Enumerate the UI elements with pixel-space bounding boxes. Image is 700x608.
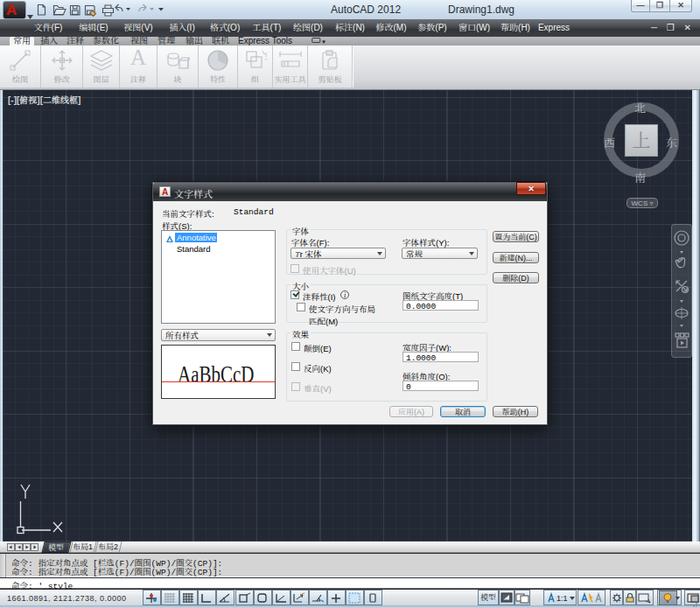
svg-text:1:1: 1:1 — [556, 594, 568, 603]
